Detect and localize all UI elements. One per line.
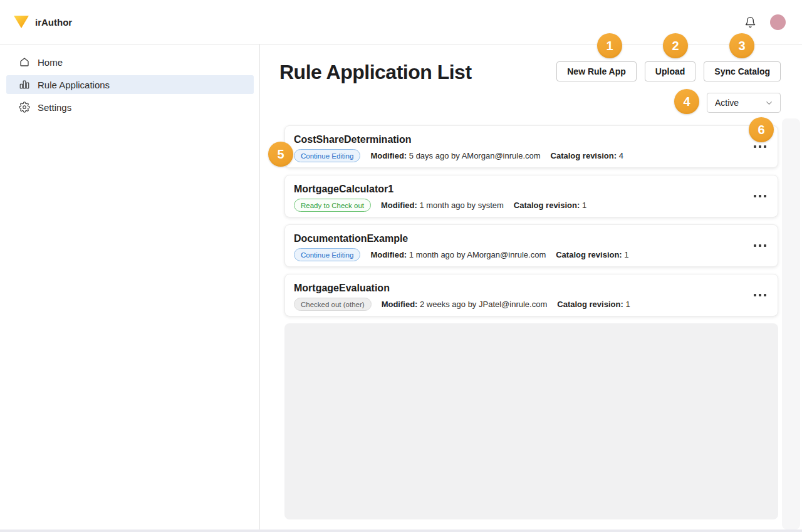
- brand: irAuthor: [14, 16, 72, 28]
- topbar-right: [744, 14, 786, 30]
- annotation-badge-6: 6: [749, 117, 774, 142]
- sidebar-item-settings[interactable]: Settings: [6, 98, 254, 117]
- notifications-bell-icon[interactable]: [744, 16, 756, 28]
- row-menu-ellipsis-icon[interactable]: [753, 142, 768, 152]
- rule-app-name: MortgageEvaluation: [294, 282, 769, 294]
- sidebar-item-label: Settings: [38, 102, 71, 113]
- chevron-down-icon: [764, 98, 774, 108]
- gear-icon: [19, 102, 30, 113]
- sidebar-item-home[interactable]: Home: [6, 53, 254, 71]
- annotation-badge-2: 2: [663, 33, 688, 58]
- catalog-revision-info: Catalog revision: 1: [557, 300, 630, 309]
- modified-info: Modified: 5 days ago by AMorgan@inrule.c…: [370, 151, 540, 160]
- rule-app-name: DocumentationExample: [294, 232, 769, 244]
- rule-app-card-mortgageevaluation[interactable]: MortgageEvaluation Checked out (other) M…: [284, 274, 778, 316]
- rule-app-card-costsharedetermination[interactable]: CostShareDetermination Continue Editing …: [284, 125, 778, 168]
- scrollbar-track[interactable]: [782, 118, 800, 529]
- row-menu-ellipsis-icon[interactable]: [753, 290, 768, 300]
- rule-app-card-mortgagecalculator1[interactable]: MortgageCalculator1 Ready to Check out M…: [284, 175, 778, 217]
- modified-info: Modified: 1 month ago by AMorgan@inrule.…: [370, 250, 546, 259]
- status-badge: Continue Editing: [294, 248, 360, 261]
- annotation-badge-3: 3: [729, 33, 754, 58]
- modified-info: Modified: 1 month ago by system: [381, 201, 504, 210]
- brand-name: irAuthor: [35, 17, 72, 28]
- row-menu-ellipsis-icon[interactable]: [753, 191, 768, 201]
- new-rule-app-button[interactable]: New Rule App: [556, 61, 637, 81]
- status-badge: Continue Editing: [294, 149, 360, 162]
- page-title: Rule Application List: [279, 61, 472, 83]
- annotation-badge-4: 4: [674, 89, 699, 114]
- user-avatar[interactable]: [770, 14, 786, 30]
- page: irAuthor Home: [0, 0, 802, 532]
- catalog-revision-info: Catalog revision: 1: [556, 250, 628, 259]
- rule-app-name: MortgageCalculator1: [294, 183, 769, 195]
- sidebar-item-label: Home: [38, 57, 63, 68]
- row-menu-ellipsis-icon[interactable]: [753, 241, 768, 251]
- status-filter-value: Active: [715, 98, 739, 108]
- rule-app-card-documentationexample[interactable]: DocumentationExample Continue Editing Mo…: [284, 224, 778, 267]
- bar-chart-icon: [19, 79, 30, 90]
- sidebar-item-rule-applications[interactable]: Rule Applications: [6, 75, 254, 94]
- irauthor-logo-triangle-icon: [14, 16, 29, 28]
- action-buttons: New Rule App Upload Sync Catalog: [556, 61, 781, 81]
- main-content: Rule Application List New Rule App Uploa…: [260, 44, 802, 532]
- annotation-badge-5: 5: [268, 142, 293, 167]
- rule-application-list: CostShareDetermination Continue Editing …: [284, 125, 778, 316]
- upload-button[interactable]: Upload: [645, 61, 695, 81]
- modified-info: Modified: 2 weeks ago by JPatel@inrule.c…: [382, 300, 548, 309]
- empty-list-area: [284, 323, 778, 519]
- window-bottom-edge: [0, 529, 802, 532]
- status-filter-dropdown[interactable]: Active: [707, 93, 781, 113]
- catalog-revision-info: Catalog revision: 1: [514, 201, 586, 210]
- sidebar: Home Rule Applications: [0, 44, 260, 532]
- status-badge: Ready to Check out: [294, 199, 371, 212]
- annotation-badge-1: 1: [597, 33, 622, 58]
- house-icon: [19, 56, 30, 68]
- sync-catalog-button[interactable]: Sync Catalog: [704, 61, 781, 81]
- sidebar-item-label: Rule Applications: [38, 80, 110, 90]
- catalog-revision-info: Catalog revision: 4: [551, 151, 623, 160]
- status-badge: Checked out (other): [294, 298, 372, 311]
- rule-app-name: CostShareDetermination: [294, 133, 769, 145]
